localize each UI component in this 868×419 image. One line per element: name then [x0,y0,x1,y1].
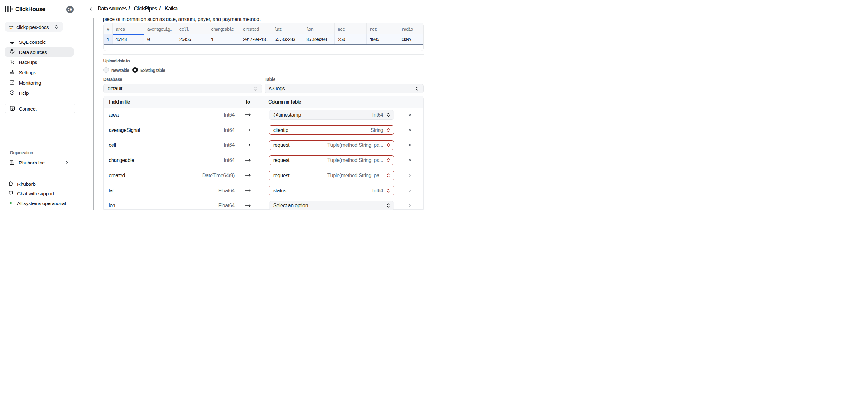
svg-text:?: ? [11,91,13,94]
svg-text:aws: aws [8,24,13,28]
